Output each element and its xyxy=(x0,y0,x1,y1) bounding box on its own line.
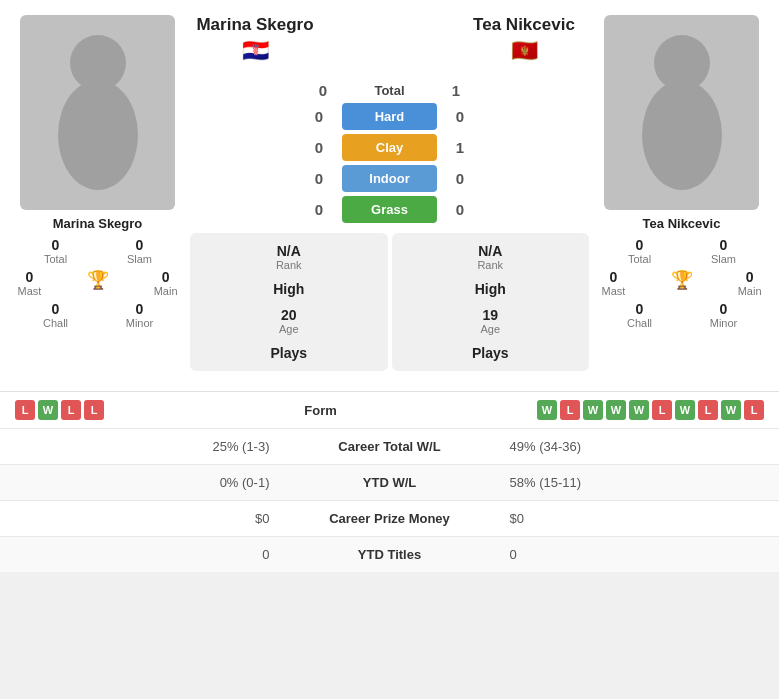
stats-center-1: YTD W/L xyxy=(290,475,490,490)
right-high-cell: High xyxy=(475,281,506,297)
right-player-name: Tea Nikcevic xyxy=(643,216,721,231)
stats-left-1: 0% (0-1) xyxy=(15,475,290,490)
clay-score-right: 1 xyxy=(441,139,479,156)
left-plays-value: Plays xyxy=(270,345,307,361)
left-minor-value: 0 xyxy=(136,301,144,317)
right-stats-row3: 0 Chall 0 Minor xyxy=(602,301,762,329)
right-form-badge-l: L xyxy=(560,400,580,420)
form-label: Form xyxy=(104,403,537,418)
left-rank-value: N/A xyxy=(277,243,301,259)
left-stats-row3: 0 Chall 0 Minor xyxy=(18,301,178,329)
right-minor-label: Minor xyxy=(710,317,738,329)
stats-right-3: 0 xyxy=(490,547,765,562)
left-form-badges: LWLL xyxy=(15,400,104,420)
grass-button[interactable]: Grass xyxy=(342,196,437,223)
left-high-value: High xyxy=(273,281,304,297)
clay-label: Clay xyxy=(376,140,403,155)
left-flag: 🇭🇷 xyxy=(242,38,269,64)
right-trophy-icon-cell: 🏆 xyxy=(671,269,693,297)
right-stat-mast: 0 Mast xyxy=(602,269,626,297)
right-form-badge-w: W xyxy=(675,400,695,420)
left-player-name: Marina Skegro xyxy=(53,216,143,231)
left-stat-slam: 0 Slam xyxy=(102,237,178,265)
left-player-silhouette xyxy=(38,25,158,210)
right-rank-value: N/A xyxy=(478,243,502,259)
left-main-label: Main xyxy=(154,285,178,297)
left-player-col: Marina Skegro 0 Total 0 Slam 0 Mast � xyxy=(5,15,190,329)
bottom-section: LWLL Form WLWWWLWLWL 25% (1-3) Career To… xyxy=(0,391,779,572)
total-label: Total xyxy=(342,83,437,98)
right-main-value: 0 xyxy=(746,269,754,285)
right-mast-label: Mast xyxy=(602,285,626,297)
right-stat-chall: 0 Chall xyxy=(602,301,678,329)
left-form-badge-w: W xyxy=(38,400,58,420)
right-stat-minor: 0 Minor xyxy=(686,301,762,329)
stats-table: 25% (1-3) Career Total W/L 49% (34-36) 0… xyxy=(0,428,779,572)
stats-left-0: 25% (1-3) xyxy=(15,439,290,454)
hard-score-row: 0 Hard 0 xyxy=(190,103,589,130)
stats-row-1: 0% (0-1) YTD W/L 58% (15-11) xyxy=(0,464,779,500)
right-form-badge-w: W xyxy=(629,400,649,420)
hard-score-right: 0 xyxy=(441,108,479,125)
grass-score-left: 0 xyxy=(300,201,338,218)
right-plays-cell: Plays xyxy=(472,345,509,361)
right-flag: 🇲🇪 xyxy=(511,38,538,64)
total-score-right: 1 xyxy=(437,82,475,99)
center-col: Marina Skegro 🇭🇷 Tea Nikcevic 🇲🇪 0 Total… xyxy=(190,15,589,371)
grass-label: Grass xyxy=(371,202,408,217)
stats-row-3: 0 YTD Titles 0 xyxy=(0,536,779,572)
indoor-label: Indoor xyxy=(369,171,409,186)
right-stat-main: 0 Main xyxy=(738,269,762,297)
right-trophy-icon: 🏆 xyxy=(671,269,693,291)
stats-right-2: $0 xyxy=(490,511,765,526)
right-age-value: 19 xyxy=(482,307,498,323)
main-container: Marina Skegro 0 Total 0 Slam 0 Mast � xyxy=(0,0,779,572)
left-age-cell: 20 Age xyxy=(279,307,299,335)
right-chall-value: 0 xyxy=(636,301,644,317)
stats-center-3: YTD Titles xyxy=(290,547,490,562)
right-slam-value: 0 xyxy=(720,237,728,253)
grass-score-right: 0 xyxy=(441,201,479,218)
left-age-label: Age xyxy=(279,323,299,335)
right-plays-value: Plays xyxy=(472,345,509,361)
left-chall-label: Chall xyxy=(43,317,68,329)
hard-button[interactable]: Hard xyxy=(342,103,437,130)
left-high-cell: High xyxy=(273,281,304,297)
right-info-panel: N/A Rank High 19 Age Plays xyxy=(392,233,590,371)
indoor-score-row: 0 Indoor 0 xyxy=(190,165,589,192)
left-total-value: 0 xyxy=(52,237,60,253)
right-main-label: Main xyxy=(738,285,762,297)
right-total-value: 0 xyxy=(636,237,644,253)
left-form-badge-l: L xyxy=(84,400,104,420)
stats-row-0: 25% (1-3) Career Total W/L 49% (34-36) xyxy=(0,428,779,464)
right-player-title: Tea Nikcevic xyxy=(473,15,575,35)
stats-right-0: 49% (34-36) xyxy=(490,439,765,454)
left-rank-cell: N/A Rank xyxy=(276,243,302,271)
right-stat-total: 0 Total xyxy=(602,237,678,265)
right-rank-label: Rank xyxy=(477,259,503,271)
left-age-value: 20 xyxy=(281,307,297,323)
hard-score-left: 0 xyxy=(300,108,338,125)
right-player-photo xyxy=(604,15,759,210)
right-form-badges: WLWWWLWLWL xyxy=(537,400,764,420)
grass-score-row: 0 Grass 0 xyxy=(190,196,589,223)
clay-button[interactable]: Clay xyxy=(342,134,437,161)
right-age-cell: 19 Age xyxy=(480,307,500,335)
right-form-badge-l: L xyxy=(744,400,764,420)
left-trophy-icon-cell: 🏆 xyxy=(87,269,109,297)
right-player-silhouette xyxy=(622,25,742,210)
top-players-row: Marina Skegro 0 Total 0 Slam 0 Mast � xyxy=(0,0,779,381)
left-total-label: Total xyxy=(44,253,67,265)
right-form-badge-l: L xyxy=(652,400,672,420)
indoor-button[interactable]: Indoor xyxy=(342,165,437,192)
left-slam-label: Slam xyxy=(127,253,152,265)
left-mast-label: Mast xyxy=(18,285,42,297)
left-player-photo xyxy=(20,15,175,210)
left-form-badge-l: L xyxy=(15,400,35,420)
left-stat-minor: 0 Minor xyxy=(102,301,178,329)
left-main-value: 0 xyxy=(162,269,170,285)
right-slam-label: Slam xyxy=(711,253,736,265)
left-mast-value: 0 xyxy=(26,269,34,285)
right-player-col: Tea Nikcevic 0 Total 0 Slam 0 Mast 🏆 xyxy=(589,15,774,329)
right-player-header: Tea Nikcevic 🇲🇪 xyxy=(459,15,589,64)
